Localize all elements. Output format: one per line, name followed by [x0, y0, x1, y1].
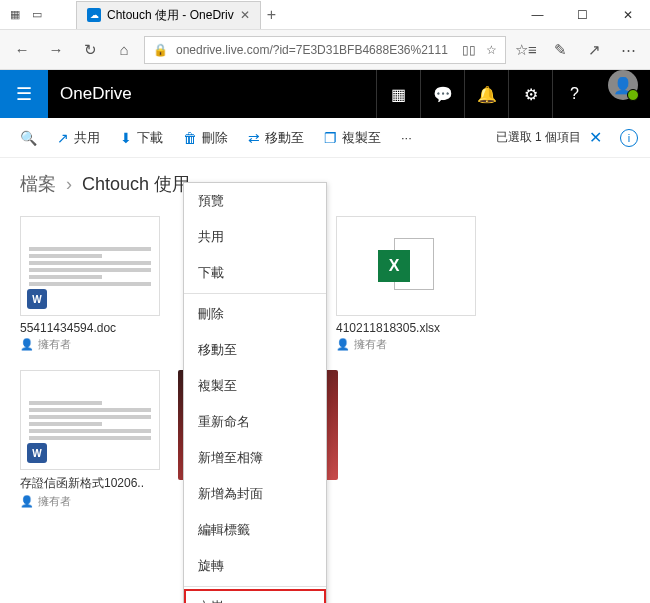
download-icon: ⬇ [120, 130, 132, 146]
more-button[interactable]: ··· [393, 126, 420, 149]
action-toolbar: 🔍 ↗共用 ⬇下載 🗑刪除 ⇄移動至 ❐複製至 ··· 已選取 1 個項目 ✕ … [0, 118, 650, 158]
menu-separator [184, 293, 326, 294]
avatar[interactable]: 👤 [608, 70, 638, 100]
minimize-button[interactable]: — [515, 0, 560, 30]
notes-icon[interactable]: ✎ [546, 36, 574, 64]
browser-tab[interactable]: ☁ Chtouch 使用 - OneDriv ✕ [76, 1, 261, 29]
apps-icon[interactable]: ▦ [376, 70, 420, 118]
breadcrumb-folder: Chtouch 使用 [82, 172, 190, 196]
close-button[interactable]: ✕ [605, 0, 650, 30]
move-button[interactable]: ⇄移動至 [240, 125, 312, 151]
menu-delete[interactable]: 刪除 [184, 296, 326, 332]
word-badge-icon: W [27, 289, 47, 309]
file-tile[interactable]: W 55411434594.doc 👤擁有者 [20, 216, 160, 352]
url-text: onedrive.live.com/?id=7E3D31BFB4688E36%2… [176, 43, 454, 57]
forward-button[interactable]: → [42, 36, 70, 64]
menu-button[interactable]: ☰ [0, 70, 48, 118]
bell-icon[interactable]: 🔔 [464, 70, 508, 118]
move-icon: ⇄ [248, 130, 260, 146]
file-owner: 擁有者 [354, 337, 387, 352]
share-icon[interactable]: ↗ [580, 36, 608, 64]
file-owner: 擁有者 [38, 337, 71, 352]
copy-icon: ❐ [324, 130, 337, 146]
file-thumbnail: W [20, 216, 160, 316]
menu-separator [184, 586, 326, 587]
share-button[interactable]: ↗共用 [49, 125, 108, 151]
delete-button[interactable]: 🗑刪除 [175, 125, 236, 151]
favorite-icon[interactable]: ☆ [486, 43, 497, 57]
file-name: 55411434594.doc [20, 321, 160, 335]
taskbar-icon-1: ▦ [6, 6, 24, 24]
trash-icon: 🗑 [183, 130, 197, 146]
person-icon: 👤 [20, 495, 34, 508]
refresh-button[interactable]: ↻ [76, 36, 104, 64]
file-thumbnail: W [20, 370, 160, 470]
person-icon: 👤 [20, 338, 34, 351]
tab-title: Chtouch 使用 - OneDriv [107, 7, 234, 24]
gear-icon[interactable]: ⚙ [508, 70, 552, 118]
info-icon[interactable]: i [620, 129, 638, 147]
file-name: 存證信函新格式10206.. [20, 475, 160, 492]
maximize-button[interactable]: ☐ [560, 0, 605, 30]
reader-icon[interactable]: ▯▯ [462, 43, 476, 57]
menu-add-album[interactable]: 新增至相簿 [184, 440, 326, 476]
download-button[interactable]: ⬇下載 [112, 125, 171, 151]
tab-close-icon[interactable]: ✕ [240, 8, 250, 22]
lock-icon: 🔒 [153, 43, 168, 57]
search-icon: 🔍 [20, 130, 37, 146]
taskbar-icon-2: ▭ [28, 6, 46, 24]
menu-edit-tags[interactable]: 編輯標籤 [184, 512, 326, 548]
menu-set-cover[interactable]: 新增為封面 [184, 476, 326, 512]
menu-move[interactable]: 移動至 [184, 332, 326, 368]
copy-button[interactable]: ❐複製至 [316, 125, 389, 151]
chevron-right-icon: › [66, 174, 72, 195]
breadcrumb-root[interactable]: 檔案 [20, 172, 56, 196]
more-icon[interactable]: ⋯ [614, 36, 642, 64]
selection-close-icon[interactable]: ✕ [589, 128, 602, 147]
excel-icon: X [378, 238, 434, 294]
home-button[interactable]: ⌂ [110, 36, 138, 64]
menu-preview[interactable]: 預覽 [184, 183, 326, 219]
menu-copy[interactable]: 複製至 [184, 368, 326, 404]
address-bar[interactable]: 🔒 onedrive.live.com/?id=7E3D31BFB4688E36… [144, 36, 506, 64]
word-badge-icon: W [27, 443, 47, 463]
browser-nav: ← → ↻ ⌂ 🔒 onedrive.live.com/?id=7E3D31BF… [0, 30, 650, 70]
file-tile[interactable]: X 410211818305.xlsx 👤擁有者 [336, 216, 476, 352]
search-button[interactable]: 🔍 [12, 126, 45, 150]
menu-share[interactable]: 共用 [184, 219, 326, 255]
file-thumbnail: X [336, 216, 476, 316]
person-icon: 👤 [336, 338, 350, 351]
favorites-hub-icon[interactable]: ☆≡ [512, 36, 540, 64]
onedrive-header: ☰ OneDrive ▦ 💬 🔔 ⚙ ? 👤 [0, 70, 650, 118]
onedrive-favicon: ☁ [87, 8, 101, 22]
new-tab-button[interactable]: + [267, 6, 276, 24]
share-icon: ↗ [57, 130, 69, 146]
brand-title: OneDrive [48, 84, 132, 104]
file-tile[interactable]: W 存證信函新格式10206.. 👤擁有者 [20, 370, 160, 509]
menu-rotate[interactable]: 旋轉 [184, 548, 326, 584]
menu-rename[interactable]: 重新命名 [184, 404, 326, 440]
help-icon[interactable]: ? [552, 70, 596, 118]
menu-download[interactable]: 下載 [184, 255, 326, 291]
window-titlebar: ▦ ▭ ☁ Chtouch 使用 - OneDriv ✕ + — ☐ ✕ [0, 0, 650, 30]
file-name: 410211818305.xlsx [336, 321, 476, 335]
back-button[interactable]: ← [8, 36, 36, 64]
selection-text: 已選取 1 個項目 [496, 129, 581, 146]
chat-icon[interactable]: 💬 [420, 70, 464, 118]
file-owner: 擁有者 [38, 494, 71, 509]
context-menu: 預覽 共用 下載 刪除 移動至 複製至 重新命名 新增至相簿 新增為封面 編輯標… [183, 182, 327, 603]
menu-embed[interactable]: 內嵌 [184, 589, 326, 603]
